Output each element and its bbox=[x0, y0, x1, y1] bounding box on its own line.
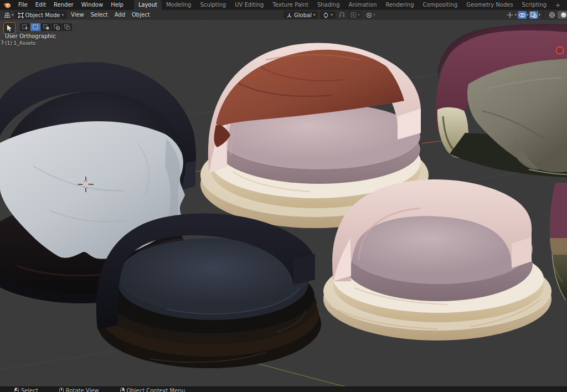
select-mode-extend-button[interactable] bbox=[41, 23, 51, 31]
bed-blush-plain[interactable] bbox=[323, 179, 551, 341]
snap-settings-dropdown[interactable]: ▾ bbox=[348, 11, 363, 19]
mode-chevron-icon: ▾ bbox=[62, 13, 64, 17]
toolbar-expand-arrow-icon[interactable]: ❯ bbox=[1, 39, 4, 44]
mouse-left-icon bbox=[14, 388, 19, 392]
tab-layout[interactable]: Layout bbox=[134, 0, 162, 10]
select-mode-intersect-button[interactable] bbox=[62, 23, 72, 31]
viewport-editor-icon bbox=[4, 12, 11, 18]
tab-modeling[interactable]: Modeling bbox=[162, 0, 196, 10]
tweak-icon bbox=[22, 24, 28, 30]
proportional-editing-button[interactable] bbox=[364, 11, 373, 19]
status-hint-select: Select bbox=[14, 388, 38, 392]
gizmo-chevron-icon[interactable]: ▾ bbox=[514, 13, 517, 17]
pivot-chevron-icon: ▾ bbox=[331, 13, 333, 17]
select-mode-group bbox=[20, 23, 72, 31]
menu-file[interactable]: File bbox=[14, 0, 32, 10]
transform-cluster: Global ▾ ▾ ▾ bbox=[282, 11, 375, 19]
select-mode-set-button[interactable] bbox=[30, 23, 40, 31]
object-mode-icon bbox=[18, 12, 24, 18]
overlays-icon bbox=[519, 12, 525, 18]
tab-scripting[interactable]: Scripting bbox=[518, 0, 551, 10]
pivot-point-icon bbox=[323, 12, 329, 18]
menu-view[interactable]: View bbox=[68, 10, 87, 20]
magnet-icon bbox=[339, 12, 345, 18]
select-subtract-icon bbox=[54, 24, 60, 30]
xray-chevron-icon[interactable]: ▾ bbox=[538, 13, 540, 17]
mouse-middle-icon bbox=[59, 388, 64, 392]
editor-type-button[interactable] bbox=[3, 11, 12, 19]
xray-icon bbox=[530, 12, 537, 18]
editor-type-chevron-icon[interactable]: ▾ bbox=[12, 13, 14, 17]
tab-texture-paint[interactable]: Texture Paint bbox=[268, 0, 313, 10]
tab-compositing[interactable]: Compositing bbox=[419, 0, 462, 10]
collection-label: (1) 1_Assets bbox=[5, 40, 56, 47]
show-overlays-button[interactable] bbox=[518, 11, 527, 19]
snap-chevron-icon: ▾ bbox=[358, 13, 360, 17]
orientation-dropdown[interactable]: Global ▾ bbox=[284, 11, 318, 19]
tab-animation[interactable]: Animation bbox=[344, 0, 382, 10]
menu-object[interactable]: Object bbox=[128, 10, 153, 20]
orientation-label: Global bbox=[294, 12, 312, 18]
tab-sculpting[interactable]: Sculpting bbox=[195, 0, 230, 10]
bed-partial-right[interactable] bbox=[550, 183, 567, 301]
topbar: File Edit Render Window Help Layout Mode… bbox=[0, 0, 567, 10]
viewport-3d[interactable] bbox=[0, 0, 567, 392]
menu-render[interactable]: Render bbox=[50, 0, 78, 10]
display-cluster: ▾ ▾ ▾ bbox=[504, 11, 565, 19]
overlays-chevron-icon[interactable]: ▾ bbox=[527, 13, 529, 17]
bed-maroon-olive-cloth[interactable] bbox=[436, 24, 567, 177]
toggle-xray-button[interactable] bbox=[529, 11, 538, 19]
select-intersect-icon bbox=[64, 24, 70, 30]
header-separator bbox=[543, 12, 544, 18]
topbar-menus: File Edit Render Window Help bbox=[14, 0, 127, 10]
status-hint-context-menu: Object Context Menu bbox=[120, 388, 185, 392]
select-mode-subtract-button[interactable] bbox=[51, 23, 61, 31]
blender-logo-icon[interactable] bbox=[3, 2, 11, 8]
pivot-dropdown[interactable]: ▾ bbox=[320, 11, 336, 19]
orientation-chevron-icon: ▾ bbox=[313, 13, 316, 17]
snap-toggle-button[interactable] bbox=[338, 11, 347, 19]
origin-indicator bbox=[556, 47, 564, 54]
snap-target-icon bbox=[350, 12, 356, 18]
menu-window[interactable]: Window bbox=[78, 0, 107, 10]
shading-wireframe-button[interactable] bbox=[548, 11, 556, 19]
workspace-tabs: Layout Modeling Sculpting UV Editing Tex… bbox=[134, 0, 565, 10]
tab-shading[interactable]: Shading bbox=[313, 0, 344, 10]
mouse-right-icon bbox=[120, 388, 125, 392]
cursor-arrow-icon bbox=[6, 24, 13, 32]
select-extend-icon bbox=[43, 24, 49, 30]
tool-settings-row bbox=[3, 22, 72, 34]
solid-sphere-icon bbox=[560, 12, 567, 18]
tab-rendering[interactable]: Rendering bbox=[381, 0, 418, 10]
status-bar: Select Rotate View Object Context Menu bbox=[0, 386, 567, 392]
viewport-header: ▾ Object Mode ▾ View Select Add Object G… bbox=[0, 10, 567, 20]
tab-geometry-nodes[interactable]: Geometry Nodes bbox=[462, 0, 517, 10]
mode-dropdown[interactable]: Object Mode ▾ bbox=[15, 11, 67, 19]
menu-add[interactable]: Add bbox=[111, 10, 128, 20]
menu-help[interactable]: Help bbox=[107, 0, 127, 10]
add-workspace-button[interactable]: + bbox=[551, 2, 565, 10]
status-hint-rotate-view: Rotate View bbox=[59, 388, 99, 392]
proportional-editing-icon bbox=[366, 12, 372, 18]
menu-edit[interactable]: Edit bbox=[32, 0, 50, 10]
wireframe-sphere-icon bbox=[549, 12, 555, 18]
select-mode-tweak-button[interactable] bbox=[20, 23, 30, 31]
bed-black[interactable] bbox=[96, 213, 321, 368]
shading-solid-button[interactable] bbox=[558, 11, 567, 19]
active-tool-select-box-button[interactable] bbox=[3, 22, 16, 34]
tab-uv-editing[interactable]: UV Editing bbox=[230, 0, 268, 10]
show-gizmo-button[interactable] bbox=[506, 11, 514, 19]
blender-window: File Edit Render Window Help Layout Mode… bbox=[0, 0, 567, 392]
menu-select[interactable]: Select bbox=[87, 10, 111, 20]
orientation-axes-icon bbox=[286, 12, 292, 18]
mode-label: Object Mode bbox=[25, 12, 60, 18]
select-box-icon bbox=[33, 24, 39, 30]
gizmo-icon bbox=[507, 12, 513, 18]
viewport-overlay-text: User Orthographic (1) 1_Assets bbox=[5, 33, 56, 47]
falloff-chevron-icon[interactable]: ▾ bbox=[373, 13, 375, 17]
